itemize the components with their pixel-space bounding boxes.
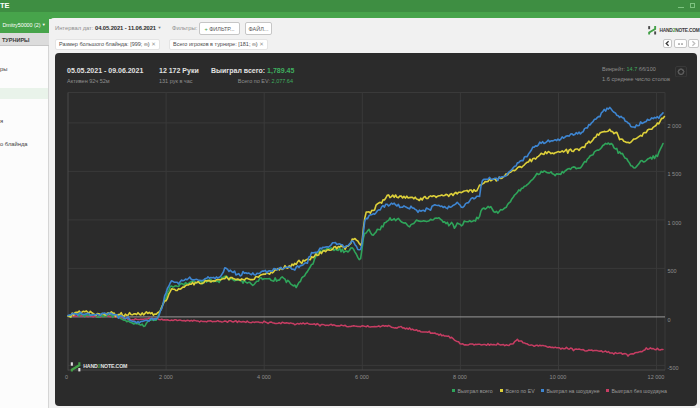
svg-text:Всего по EV: Всего по EV (506, 388, 536, 394)
svg-text:0: 0 (668, 317, 671, 323)
svg-text:500: 500 (668, 268, 677, 274)
svg-text:8 000: 8 000 (453, 374, 467, 380)
svg-text:1 500: 1 500 (668, 171, 682, 177)
svg-text:HAND2NOTE.COM: HAND2NOTE.COM (83, 363, 127, 369)
svg-text:-500: -500 (668, 365, 679, 371)
svg-text:0: 0 (65, 374, 68, 380)
svg-text:1 000: 1 000 (668, 220, 682, 226)
svg-text:2 000: 2 000 (668, 123, 682, 129)
svg-text:12 000: 12 000 (648, 374, 665, 380)
svg-text:Выиграл всего: Выиграл всего (458, 388, 493, 394)
svg-text:2 000: 2 000 (159, 374, 173, 380)
svg-text:10 000: 10 000 (550, 374, 567, 380)
svg-text:4 000: 4 000 (257, 374, 271, 380)
svg-text:6 000: 6 000 (355, 374, 369, 380)
svg-text:Выиграл без шоудауна: Выиграл без шоудауна (612, 388, 667, 394)
svg-text:Выиграл на шоудауне: Выиграл на шоудауне (547, 388, 600, 394)
